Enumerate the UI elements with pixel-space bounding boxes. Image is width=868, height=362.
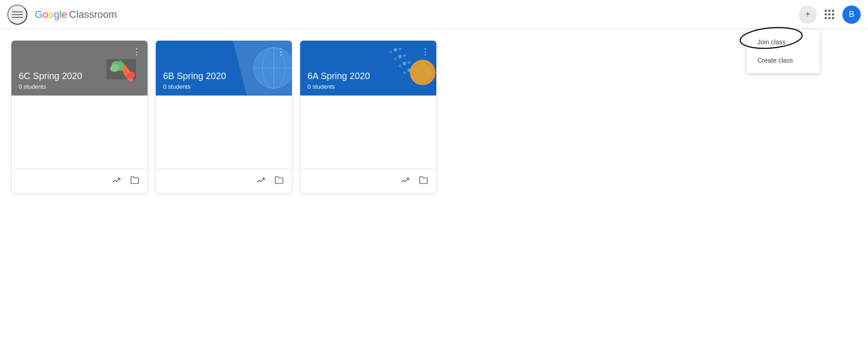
- folder-icon-6c[interactable]: [127, 173, 142, 190]
- circle-annotation: [738, 27, 804, 49]
- card-body-6a: [300, 96, 436, 169]
- plus-icon: +: [805, 9, 810, 20]
- card-title-6c: 6C Spring 2020: [19, 71, 140, 81]
- svg-point-17: [402, 62, 406, 65]
- header: Google Classroom + B Joi: [0, 0, 868, 29]
- card-body-6c: [11, 96, 148, 169]
- card-header-6c: ⋮ 6C Spring 2020 0 students: [11, 41, 148, 96]
- add-button[interactable]: +: [799, 5, 817, 24]
- folder-icon-6a[interactable]: [416, 173, 431, 190]
- card-more-button-6b[interactable]: ⋮: [274, 44, 288, 59]
- svg-rect-2: [12, 17, 23, 18]
- svg-point-23: [412, 68, 415, 71]
- stats-icon-6c[interactable]: [109, 173, 124, 190]
- svg-point-20: [399, 48, 402, 50]
- svg-point-3: [739, 27, 803, 49]
- svg-point-26: [399, 64, 402, 67]
- class-card-6a: ⋮ 6A Spring 2020 0 students: [300, 40, 437, 194]
- card-body-6b: [156, 96, 292, 169]
- header-left: Google Classroom: [7, 5, 799, 25]
- card-title-6a: 6A Spring 2020: [307, 71, 429, 81]
- card-students-6b: 0 students: [163, 83, 285, 90]
- grid-icon: [825, 10, 835, 20]
- header-right: + B Join class: [799, 5, 861, 24]
- card-title-6b: 6B Spring 2020: [163, 71, 285, 81]
- card-footer-6c: [11, 169, 148, 193]
- logo: Google Classroom: [35, 9, 117, 21]
- create-class-menu-item[interactable]: Create class: [746, 51, 820, 69]
- apps-button[interactable]: [820, 5, 839, 24]
- svg-point-21: [403, 54, 406, 57]
- card-header-6b: ⋮ 6B Spring 2020 0 students: [156, 41, 292, 96]
- svg-point-25: [394, 58, 397, 60]
- class-card-6c: ⋮ 6C Spring 2020 0 students: [11, 40, 148, 194]
- card-students-6c: 0 students: [19, 83, 140, 90]
- join-class-menu-item[interactable]: Join class: [746, 33, 820, 51]
- stats-icon-6a[interactable]: [398, 173, 413, 190]
- card-students-6a: 0 students: [307, 83, 429, 90]
- dropdown-menu: Join class Create class: [746, 29, 820, 73]
- card-more-button-6a[interactable]: ⋮: [418, 44, 433, 59]
- stats-icon-6b[interactable]: [254, 173, 268, 190]
- svg-point-22: [408, 61, 410, 64]
- card-header-6a: ⋮ 6A Spring 2020 0 students: [300, 41, 436, 96]
- avatar[interactable]: B: [842, 5, 861, 24]
- logo-google-text: Google: [35, 9, 67, 21]
- svg-point-16: [398, 55, 402, 59]
- svg-rect-1: [12, 14, 23, 15]
- svg-point-15: [394, 48, 397, 52]
- menu-button[interactable]: [7, 5, 27, 25]
- main-content: ⋮ 6C Spring 2020 0 students: [0, 29, 868, 205]
- card-more-button-6c[interactable]: ⋮: [129, 44, 144, 59]
- card-footer-6b: [156, 169, 292, 193]
- svg-point-24: [390, 51, 392, 53]
- folder-icon-6b[interactable]: [272, 173, 286, 190]
- logo-classroom-text: Classroom: [69, 9, 117, 21]
- svg-rect-0: [12, 11, 23, 12]
- card-footer-6a: [300, 169, 436, 193]
- class-card-6b: ⋮ 6B Spring 2020 0 students: [155, 40, 292, 194]
